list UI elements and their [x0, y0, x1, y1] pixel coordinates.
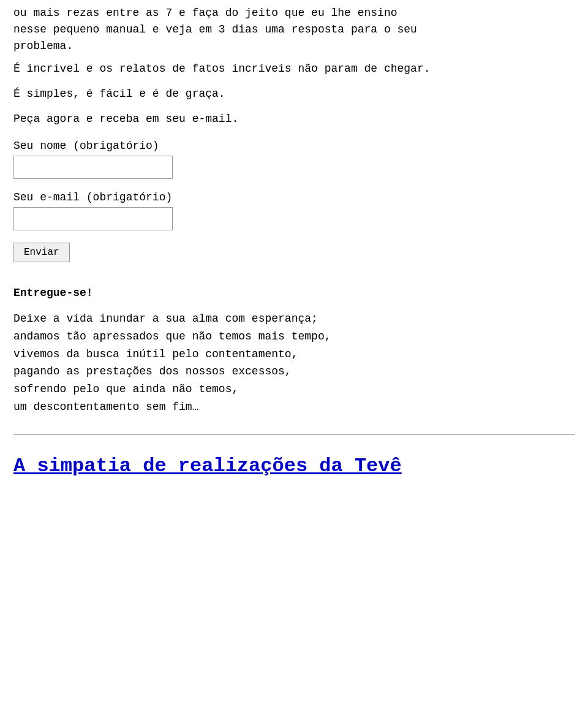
name-label: Seu nome (obrigatório)	[13, 140, 575, 152]
article-link[interactable]: A simpatia de realizações da Tevê	[13, 453, 575, 479]
email-label: Seu e-mail (obrigatório)	[13, 191, 575, 203]
submit-button[interactable]: Enviar	[13, 243, 70, 262]
paragraph1: É incrível e os relatos de fatos incríve…	[13, 61, 575, 77]
section-divider	[13, 434, 575, 435]
paragraph3: Peça agora e receba em seu e-mail.	[13, 111, 575, 127]
poem-line1: Deixe a vida inundar a sua alma com espe…	[13, 312, 318, 325]
paragraph2: É simples, é fácil e é de graça.	[13, 86, 575, 102]
intro-line3: problema.	[13, 40, 73, 52]
intro-line1: ou mais rezas entre as 7 e faça do jeito…	[13, 7, 398, 19]
intro-line2: nesse pequeno manual e veja em 3 dias um…	[13, 23, 417, 36]
section-title: Entregue-se!	[13, 287, 575, 299]
poem-line3: vivemos da busca inútil pelo contentamen…	[13, 348, 298, 360]
main-content: ou mais rezas entre as 7 e faça do jeito…	[6, 0, 582, 483]
contact-form: Seu nome (obrigatório) Seu e-mail (obrig…	[13, 140, 575, 281]
poem-line5: sofrendo pelo que ainda não temos,	[13, 383, 238, 395]
email-input[interactable]	[13, 207, 173, 230]
poem-line6: um descontentamento sem fim…	[13, 401, 198, 413]
name-input[interactable]	[13, 156, 173, 179]
poem-section: Deixe a vida inundar a sua alma com espe…	[13, 310, 575, 416]
poem-line4: pagando as prestações dos nossos excesso…	[13, 365, 292, 377]
intro-text: ou mais rezas entre as 7 e faça do jeito…	[13, 5, 575, 55]
poem-line2: andamos tão apressados que não temos mai…	[13, 330, 331, 343]
